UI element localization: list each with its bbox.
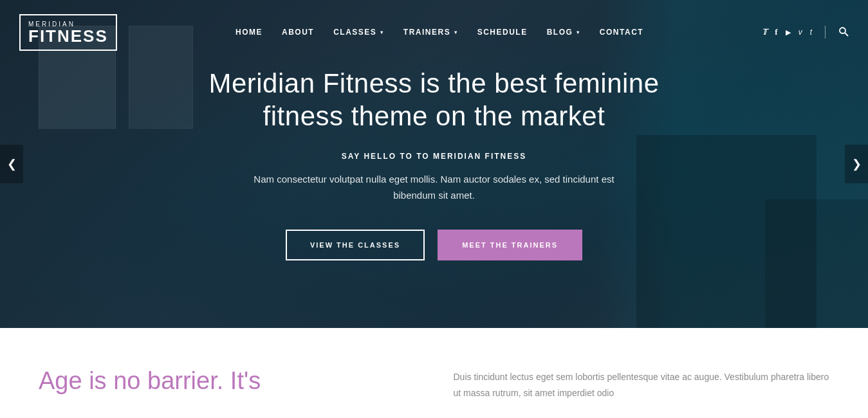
nav-contact[interactable]: CONTACT — [600, 28, 643, 37]
logo-fitness: FITNESS — [28, 28, 108, 44]
nav-home[interactable]: HOME — [235, 28, 263, 37]
hero-description: Nam consectetur volutpat nulla eget moll… — [241, 171, 627, 204]
facebook-icon[interactable]: f — [775, 27, 777, 37]
tumblr-icon[interactable]: t — [810, 28, 812, 37]
lower-title: Age is no barrier. It's — [39, 367, 415, 396]
twitter-icon[interactable]: 𝕋 — [762, 28, 767, 37]
lower-description: Duis tincidunt lectus eget sem lobortis … — [454, 369, 830, 401]
nav-trainers-dropdown[interactable]: TRAINERS ▾ — [403, 28, 458, 37]
site-header: MERIDIAN FITNESS HOME ABOUT CLASSES ▾ TR… — [0, 0, 868, 64]
youtube-icon[interactable]: ▶ — [786, 28, 791, 37]
header-right-group: 𝕋 f ▶ v t — [762, 26, 849, 39]
hero-cta-group: VIEW THE CLASSES MEET THE TRAINERS — [196, 230, 672, 260]
svg-point-0 — [840, 28, 845, 33]
carousel-prev-button[interactable]: ❮ — [0, 145, 23, 183]
chevron-right-icon: ❯ — [852, 157, 862, 171]
vimeo-icon[interactable]: v — [799, 28, 802, 37]
lower-left-col: Age is no barrier. It's — [39, 367, 415, 418]
nav-blog-dropdown[interactable]: BLOG ▾ — [547, 28, 580, 37]
nav-trainers-label: TRAINERS — [403, 28, 450, 37]
search-icon[interactable] — [838, 26, 849, 39]
chevron-left-icon: ❮ — [7, 157, 17, 171]
social-icons-group: 𝕋 f ▶ v t — [762, 27, 812, 37]
chevron-down-icon: ▾ — [577, 30, 580, 35]
lower-right-col: Duis tincidunt lectus eget sem lobortis … — [454, 367, 830, 418]
main-navigation: HOME ABOUT CLASSES ▾ TRAINERS ▾ SCHEDULE… — [235, 28, 643, 37]
nav-classes-dropdown[interactable]: CLASSES ▾ — [333, 28, 384, 37]
nav-schedule[interactable]: SCHEDULE — [477, 28, 528, 37]
view-classes-button[interactable]: VIEW THE CLASSES — [286, 230, 425, 260]
nav-about[interactable]: ABOUT — [282, 28, 314, 37]
nav-classes-label: CLASSES — [333, 28, 376, 37]
hero-title: Meridian Fitness is the best feminine fi… — [196, 68, 672, 132]
svg-line-1 — [845, 33, 848, 36]
nav-blog-label: BLOG — [547, 28, 573, 37]
lower-section: Age is no barrier. It's Duis tincidunt l… — [0, 328, 868, 418]
chevron-down-icon: ▾ — [454, 30, 458, 35]
chevron-down-icon: ▾ — [380, 30, 384, 35]
hero-subtitle: SAY HELLO TO TO MERIDIAN FITNESS — [196, 152, 672, 161]
site-logo[interactable]: MERIDIAN FITNESS — [19, 14, 117, 51]
carousel-next-button[interactable]: ❯ — [845, 145, 868, 183]
header-divider — [825, 26, 826, 39]
meet-trainers-button[interactable]: MEET THE TRAINERS — [438, 230, 582, 260]
